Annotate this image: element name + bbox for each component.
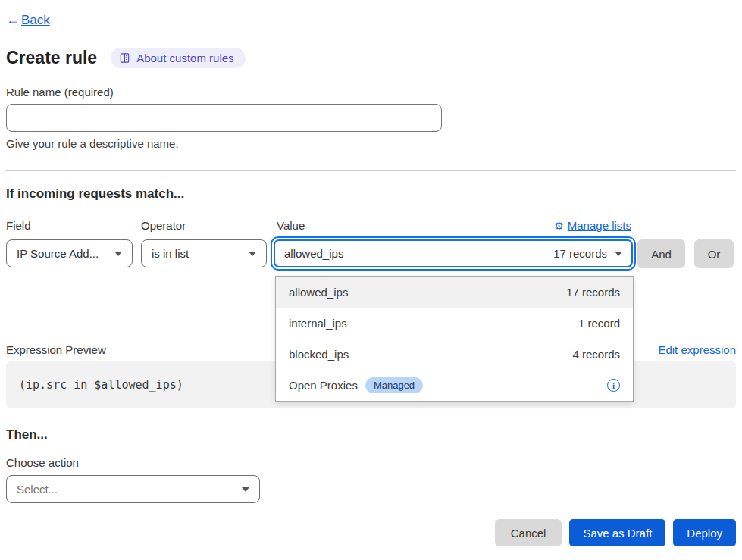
managed-badge: Managed <box>365 377 423 393</box>
list-item-records: 17 records <box>566 286 620 299</box>
value-dropdown-menu: allowed_ips 17 records internal_ips 1 re… <box>275 276 634 402</box>
field-select[interactable]: IP Source Add... <box>6 239 133 267</box>
list-item-allowed-ips[interactable]: allowed_ips 17 records <box>276 277 633 308</box>
choose-action-label: Choose action <box>6 456 736 469</box>
save-as-draft-button[interactable]: Save as Draft <box>569 519 665 546</box>
back-arrow-icon: ← <box>6 12 20 28</box>
list-item-name: allowed_ips <box>289 286 348 299</box>
list-item-records: 1 record <box>578 317 620 330</box>
field-label: Field <box>6 219 141 232</box>
chevron-down-icon <box>615 252 622 256</box>
list-item-name: Open Proxies <box>289 379 358 392</box>
list-item-internal-ips[interactable]: internal_ips 1 record <box>276 308 633 339</box>
list-item-name: internal_ips <box>289 317 347 330</box>
edit-expression-link[interactable]: Edit expression <box>658 343 736 356</box>
rule-name-input[interactable] <box>6 104 442 132</box>
expression-preview-label: Expression Preview <box>6 343 106 356</box>
about-custom-rules-label: About custom rules <box>136 52 233 64</box>
gear-icon: ⚙ <box>554 220 564 232</box>
or-button[interactable]: Or <box>694 239 734 268</box>
and-button[interactable]: And <box>637 239 685 268</box>
deploy-button[interactable]: Deploy <box>673 519 736 546</box>
list-item-open-proxies[interactable]: Open Proxies Managed i <box>276 370 633 401</box>
manage-lists-link[interactable]: ⚙ Manage lists <box>554 219 631 232</box>
book-icon <box>119 52 130 64</box>
page-title: Create rule <box>6 48 97 68</box>
cancel-button[interactable]: Cancel <box>495 519 562 546</box>
create-rule-page: ←Back Create rule About custom rules Rul… <box>0 0 742 560</box>
about-custom-rules-link[interactable]: About custom rules <box>111 48 245 68</box>
rule-name-label: Rule name (required) <box>6 86 736 99</box>
back-link[interactable]: ←Back <box>6 12 50 28</box>
value-select-selected: allowed_ips <box>284 247 343 260</box>
list-item-name: blocked_ips <box>289 348 349 361</box>
list-item-records: 4 records <box>572 348 620 361</box>
operator-select-value: is in list <box>152 247 189 260</box>
value-select-focus-ring: allowed_ips 17 records <box>271 236 636 271</box>
field-select-value: IP Source Add... <box>17 247 99 260</box>
chevron-down-icon <box>242 487 249 492</box>
match-section-heading: If incoming requests match... <box>6 186 736 202</box>
footer-actions: Cancel Save as Draft Deploy <box>6 519 736 546</box>
action-select[interactable]: Select... <box>6 475 260 503</box>
rule-name-helper: Give your rule a descriptive name. <box>6 137 736 150</box>
header: Create rule About custom rules <box>6 48 736 68</box>
back-label: Back <box>21 13 50 28</box>
value-select[interactable]: allowed_ips 17 records <box>274 239 633 267</box>
info-icon[interactable]: i <box>607 379 620 392</box>
condition-labels-row: Field Operator Value ⚙ Manage lists <box>6 219 736 232</box>
manage-lists-label: Manage lists <box>568 219 631 232</box>
then-section-heading: Then... <box>6 427 736 443</box>
action-select-placeholder: Select... <box>17 483 58 496</box>
value-column: allowed_ips 17 records allowed_ips 17 re… <box>271 236 636 271</box>
expression-code: (ip.src in $allowed_ips) <box>19 378 183 392</box>
condition-row: IP Source Add... is in list allowed_ips … <box>6 236 736 271</box>
operator-label: Operator <box>141 219 271 232</box>
section-divider <box>6 170 736 171</box>
chevron-down-icon <box>114 252 122 256</box>
value-select-records: 17 records <box>553 247 607 260</box>
chevron-down-icon <box>249 252 256 256</box>
operator-select[interactable]: is in list <box>141 239 267 267</box>
list-item-blocked-ips[interactable]: blocked_ips 4 records <box>276 339 633 370</box>
value-label: Value <box>277 219 305 232</box>
